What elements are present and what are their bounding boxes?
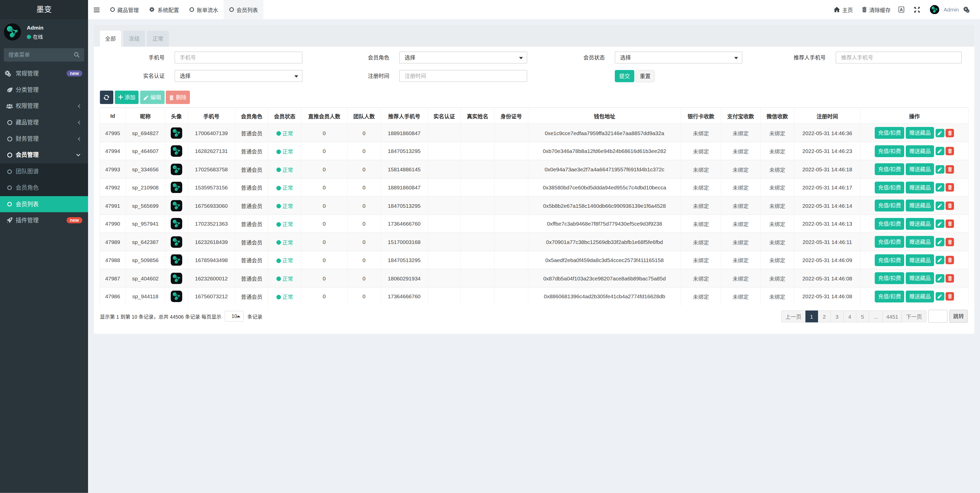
- svg-text:A: A: [900, 7, 903, 12]
